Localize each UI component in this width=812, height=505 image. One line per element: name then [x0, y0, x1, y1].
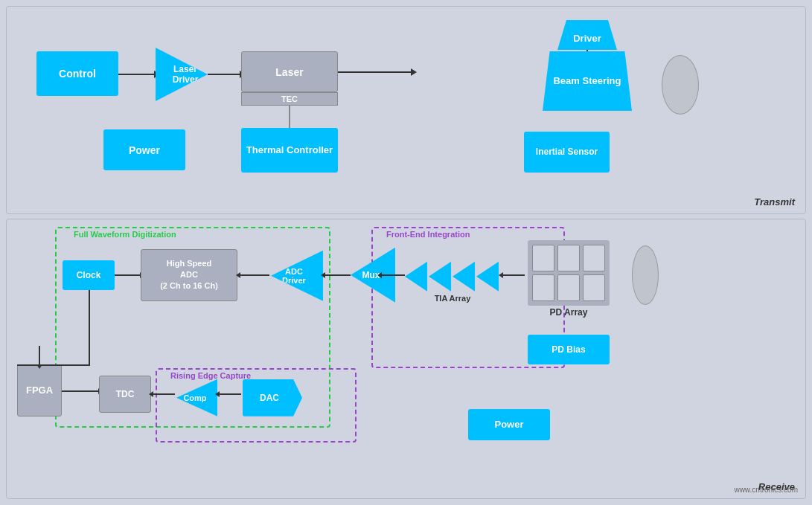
- control-box: Control: [36, 51, 118, 96]
- transmit-ellipse: [662, 55, 699, 115]
- arrow-laser-to-beam: [338, 71, 412, 73]
- adc-driver-label: ADCDriver: [282, 267, 312, 285]
- driver-top-box: Driver: [557, 20, 617, 50]
- tdc-box: TDC: [99, 376, 151, 413]
- laser-box: Laser: [241, 51, 338, 92]
- transmit-label: Transmit: [754, 196, 795, 208]
- pd-cell-4: [532, 274, 554, 301]
- transmit-panel: Transmit Control LaserDriver Laser TEC T…: [6, 6, 806, 214]
- tec-label: TEC: [281, 94, 298, 103]
- pd-cell-5: [557, 274, 580, 301]
- power-box-transmit: Power: [103, 129, 185, 170]
- beam-steering-box: Beam Steering: [543, 51, 632, 111]
- arrow-fpga-to-tdc: [62, 390, 99, 392]
- tia-tri-4: [476, 262, 499, 292]
- dac-box: DAC: [243, 379, 302, 416]
- arrow-dac-to-comp: [219, 393, 241, 395]
- tia-tri-2: [429, 262, 451, 292]
- line-clock-to-fpga: [17, 364, 90, 366]
- thermal-controller-box: Thermal Controller: [241, 128, 338, 173]
- clock-box: Clock: [63, 260, 115, 290]
- tia-tri-1: [405, 262, 427, 292]
- inertial-sensor-box: Inertial Sensor: [524, 132, 610, 173]
- pd-cell-1: [532, 245, 554, 271]
- pd-cell-3: [583, 245, 605, 271]
- tia-array-box: [405, 258, 502, 295]
- watermark: www.cntronics.com: [734, 486, 798, 494]
- arrow-mux-to-adc-driver: [325, 274, 351, 276]
- line-clock-down: [89, 290, 90, 364]
- pd-array-container: [528, 240, 610, 306]
- beam-steering-label: Beam Steering: [553, 75, 621, 88]
- power-box-receive: Power: [468, 409, 550, 440]
- dac-label: DAC: [260, 393, 285, 403]
- full-waveform-label: Full Waveform Digitization: [74, 230, 176, 239]
- arrow-clock-to-adc: [115, 274, 141, 276]
- comp-label: Comp: [183, 393, 210, 402]
- driver-top-label: Driver: [573, 27, 601, 44]
- tia-tri-3: [453, 262, 475, 292]
- arrow-down-to-fpga: [39, 346, 40, 365]
- pd-cell-6: [583, 274, 605, 301]
- laser-driver-triangle: LaserDriver: [156, 48, 208, 101]
- laser-driver-label: LaserDriver: [165, 64, 199, 85]
- arrow-tia-to-mux: [381, 274, 405, 276]
- arrow-pd-to-tia: [502, 274, 525, 276]
- receive-panel: Receive Full Waveform Digitization Front…: [6, 219, 806, 499]
- fpga-box: FPGA: [17, 364, 62, 416]
- arrow-control-to-driver: [118, 74, 156, 75]
- adc-label: High Speed ADC (2 Ch to 16 Ch): [160, 258, 218, 292]
- rising-edge-label: Rising Edge Capture: [170, 371, 251, 380]
- pd-cell-2: [557, 245, 580, 271]
- high-speed-adc-box: High Speed ADC (2 Ch to 16 Ch): [141, 249, 237, 301]
- arrow-adc-driver-to-adc: [240, 274, 269, 276]
- tia-array-label: TIA Array: [406, 294, 499, 303]
- main-container: Transmit Control LaserDriver Laser TEC T…: [0, 0, 812, 505]
- tec-vertical-line: [289, 106, 290, 128]
- arrow-comp-to-tdc: [153, 393, 175, 395]
- pd-bias-box: PD Bias: [528, 335, 610, 364]
- receive-ellipse: [632, 245, 659, 305]
- arrow-driver-to-laser: [208, 74, 241, 75]
- tec-box: TEC: [241, 92, 338, 106]
- pd-array-label: PD Array: [528, 307, 610, 318]
- front-end-label: Front-End Integration: [386, 230, 470, 239]
